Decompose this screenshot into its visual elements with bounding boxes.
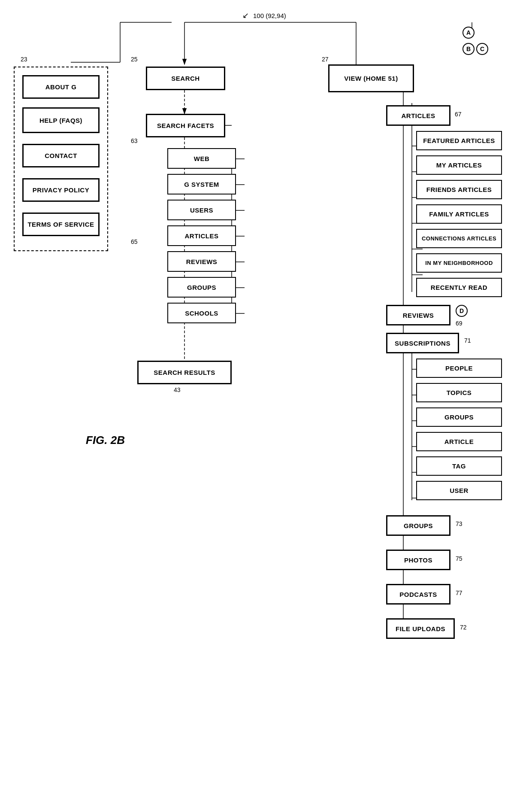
photos-box: PHOTOS <box>386 550 450 570</box>
label-25: 25 <box>131 56 138 63</box>
label-23: 23 <box>21 56 27 63</box>
circle-a: A <box>462 27 475 39</box>
people-box: PEOPLE <box>416 359 502 378</box>
label-63: 63 <box>131 137 138 144</box>
label-43: 43 <box>174 386 181 393</box>
help-faqs-box: HELP (FAQS) <box>22 107 100 133</box>
subscriptions-box: SUBSCRIPTIONS <box>386 333 459 353</box>
about-g-box: ABOUT G <box>22 75 100 99</box>
label-69: 69 <box>456 320 462 327</box>
articles-facet-box: ARTICLES <box>167 225 236 246</box>
circle-c: C <box>476 43 488 55</box>
label-27: 27 <box>322 56 329 63</box>
circle-d: D <box>456 305 468 317</box>
in-my-neighborhood-box: IN MY NEIGHBORHOOD <box>416 253 502 273</box>
search-facets-box: SEARCH FACETS <box>146 114 225 137</box>
arrow-indicator: ↙ <box>242 11 249 20</box>
circle-b: B <box>462 43 475 55</box>
featured-articles-box: FEATURED ARTICLES <box>416 131 502 150</box>
schools-box: SCHOOLS <box>167 303 236 323</box>
view-home-box: VIEW (HOME 51) <box>328 64 414 92</box>
my-articles-box: MY ARTICLES <box>416 155 502 175</box>
diagram: 100 (92,94) ↙ A B C 23 25 27 ABOUT G HEL… <box>0 0 532 787</box>
groups-sub-box: GROUPS <box>416 407 502 427</box>
tag-box: TAG <box>416 456 502 476</box>
contact-box: CONTACT <box>22 144 100 167</box>
articles-main-box: ARTICLES <box>386 105 450 126</box>
figure-label: FIG. 2B <box>86 434 125 447</box>
groups-facet-box: GROUPS <box>167 277 236 298</box>
search-box: SEARCH <box>146 67 225 90</box>
terms-of-service-box: TERMS OF SERVICE <box>22 213 100 236</box>
connections-articles-box: CONNECTIONS ARTICLES <box>416 229 502 248</box>
article-sub-box: ARTICLE <box>416 432 502 451</box>
label-67: 67 <box>455 111 462 118</box>
g-system-box: G SYSTEM <box>167 174 236 194</box>
label-73: 73 <box>456 520 462 527</box>
users-facet-box: USERS <box>167 200 236 220</box>
groups-main-box: GROUPS <box>386 515 450 536</box>
label-75: 75 <box>456 555 462 562</box>
podcasts-box: PODCASTS <box>386 584 450 605</box>
file-uploads-box: FILE UPLOADS <box>386 618 455 639</box>
topics-box: TOPICS <box>416 383 502 402</box>
main-ref-label: 100 (92,94) <box>253 12 286 19</box>
search-results-box: SEARCH RESULTS <box>137 361 232 384</box>
label-77: 77 <box>456 589 462 596</box>
privacy-policy-box: PRIVACY POLICY <box>22 178 100 202</box>
friends-articles-box: FRIENDS ARTICLES <box>416 180 502 199</box>
family-articles-box: FAMILY ARTICLES <box>416 204 502 224</box>
user-box: USER <box>416 481 502 500</box>
reviews-main-box: REVIEWS <box>386 305 450 325</box>
recently-read-box: RECENTLY READ <box>416 278 502 297</box>
web-box: WEB <box>167 148 236 169</box>
label-72: 72 <box>460 624 467 631</box>
label-71: 71 <box>464 337 471 344</box>
label-65: 65 <box>131 238 138 245</box>
reviews-facet-box: REVIEWS <box>167 251 236 272</box>
